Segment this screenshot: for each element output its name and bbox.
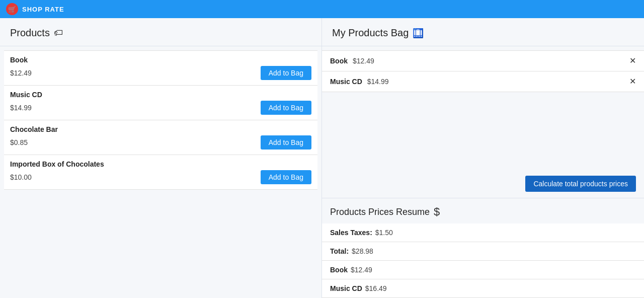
add-to-bag-btn-music-cd[interactable]: Add to Bag bbox=[261, 101, 311, 115]
add-to-bag-btn-chocolate-bar[interactable]: Add to Bag bbox=[261, 135, 311, 150]
calculate-row: Calculate total products prices bbox=[322, 170, 644, 198]
resume-header: Products Prices Resume $ bbox=[322, 198, 644, 224]
resume-title: Products Prices Resume bbox=[330, 207, 430, 217]
bag-items-section: Book $12.49 ✕ Music CD $14.99 ✕ bbox=[322, 46, 644, 170]
bag-item-price-music-cd-bag: $14.99 bbox=[367, 78, 389, 86]
resume-label-music-cd-resume: Music CD bbox=[330, 284, 362, 292]
products-title: Products bbox=[10, 27, 50, 39]
bag-item-name-book-bag: Book bbox=[330, 57, 348, 65]
products-list: Book $12.49 Add to Bag Music CD $14.99 A… bbox=[0, 46, 321, 298]
my-products-bag-title: My Products Bag bbox=[332, 27, 409, 39]
bag-item-book-bag: Book $12.49 ✕ bbox=[322, 50, 644, 71]
product-price-row-book: $12.49 Add to Bag bbox=[10, 66, 311, 80]
add-to-bag-btn-book[interactable]: Add to Bag bbox=[261, 66, 311, 80]
right-panel-header: My Products Bag 🛄 bbox=[322, 18, 644, 46]
navbar: 🛒 SHOP RATE bbox=[0, 0, 644, 18]
bag-item-info-music-cd-bag: Music CD $14.99 bbox=[330, 78, 389, 86]
resume-row-total: Total: $28.98 bbox=[322, 242, 644, 261]
tag-icon: 🏷 bbox=[54, 28, 63, 38]
product-price-row-imported-box: $10.00 Add to Bag bbox=[10, 170, 311, 184]
dollar-icon: $ bbox=[434, 205, 440, 218]
bag-icon: 🛄 bbox=[413, 28, 424, 39]
resume-label-book-resume: Book bbox=[330, 266, 348, 274]
resume-value-book-resume: $12.49 bbox=[351, 266, 372, 274]
product-name-music-cd: Music CD bbox=[10, 91, 311, 99]
resume-value-music-cd-resume: $16.49 bbox=[365, 284, 387, 292]
left-panel-header: Products 🏷 bbox=[0, 18, 321, 46]
product-name-imported-box: Imported Box of Chocolates bbox=[10, 160, 311, 168]
resume-row-book-resume: Book $12.49 bbox=[322, 261, 644, 279]
product-item-imported-box: Imported Box of Chocolates $10.00 Add to… bbox=[4, 155, 317, 190]
product-price-imported-box: $10.00 bbox=[10, 173, 32, 181]
resume-row-sales-taxes: Sales Taxes: $1.50 bbox=[322, 224, 644, 242]
product-price-row-chocolate-bar: $0.85 Add to Bag bbox=[10, 135, 311, 150]
resume-label-total: Total: bbox=[330, 247, 349, 255]
left-panel: Products 🏷 Book $12.49 Add to Bag Music … bbox=[0, 18, 322, 298]
product-name-book: Book bbox=[10, 56, 311, 64]
product-price-row-music-cd: $14.99 Add to Bag bbox=[10, 101, 311, 115]
resume-row-music-cd-resume: Music CD $16.49 bbox=[322, 279, 644, 298]
product-item-music-cd: Music CD $14.99 Add to Bag bbox=[4, 86, 317, 120]
calculate-total-button[interactable]: Calculate total products prices bbox=[525, 176, 636, 192]
resume-value-sales-taxes: $1.50 bbox=[375, 229, 393, 237]
add-to-bag-btn-imported-box[interactable]: Add to Bag bbox=[261, 170, 311, 184]
bag-item-remove-music-cd-bag[interactable]: ✕ bbox=[629, 78, 636, 86]
cart-icon: 🛒 bbox=[6, 3, 18, 15]
bag-item-music-cd-bag: Music CD $14.99 ✕ bbox=[322, 71, 644, 92]
resume-section: Products Prices Resume $ Sales Taxes: $1… bbox=[322, 198, 644, 298]
resume-label-sales-taxes: Sales Taxes: bbox=[330, 229, 372, 237]
product-price-book: $12.49 bbox=[10, 69, 32, 77]
product-item-chocolate-bar: Chocolate Bar $0.85 Add to Bag bbox=[4, 120, 317, 155]
navbar-title: SHOP RATE bbox=[22, 6, 64, 13]
product-name-chocolate-bar: Chocolate Bar bbox=[10, 125, 311, 133]
right-panel: My Products Bag 🛄 Book $12.49 ✕ Music CD… bbox=[322, 18, 644, 298]
product-price-chocolate-bar: $0.85 bbox=[10, 138, 28, 146]
bag-item-remove-book-bag[interactable]: ✕ bbox=[629, 57, 636, 65]
bag-item-info-book-bag: Book $12.49 bbox=[330, 57, 374, 65]
product-item-book: Book $12.49 Add to Bag bbox=[4, 50, 317, 86]
product-price-music-cd: $14.99 bbox=[10, 104, 32, 112]
resume-value-total: $28.98 bbox=[352, 247, 373, 255]
bag-item-name-music-cd-bag: Music CD bbox=[330, 78, 362, 86]
main-layout: Products 🏷 Book $12.49 Add to Bag Music … bbox=[0, 18, 644, 298]
bag-item-price-book-bag: $12.49 bbox=[353, 57, 374, 65]
